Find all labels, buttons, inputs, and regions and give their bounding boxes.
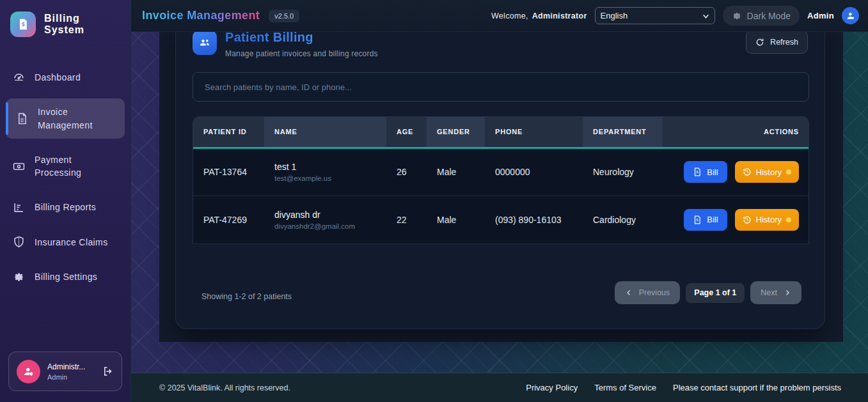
- col-header-department: DEPARTMENT: [583, 117, 663, 148]
- col-header-actions: ACTIONS: [663, 117, 809, 148]
- cell-age: 26: [386, 148, 427, 196]
- cell-actions: $ Bill: [663, 148, 809, 196]
- sidebar-item-payment-processing[interactable]: Payment Processing: [6, 146, 125, 187]
- sidebar-user-role: Admin: [47, 373, 95, 381]
- card-header: Patient Billing Manage patient invoices …: [193, 32, 808, 58]
- sidebar-nav: Dashboard Invoice Management Payment Pro…: [0, 47, 130, 290]
- invoice-icon: [16, 112, 28, 125]
- app-title: Billing System: [44, 13, 122, 36]
- top-header: Invoice Management v2.5.0 Welcome,Admini…: [131, 0, 868, 32]
- pagination-summary: Showing 1-2 of 2 patients: [201, 292, 292, 301]
- welcome-text: Welcome,Administrator: [491, 12, 587, 20]
- dark-mode-button[interactable]: Dark Mode: [723, 6, 800, 26]
- welcome-label: Welcome,: [491, 12, 528, 20]
- terms-of-service-link[interactable]: Terms of Service: [594, 383, 656, 392]
- sidebar-item-dashboard[interactable]: Dashboard: [6, 64, 125, 91]
- sidebar: $ Billing System Dashboard: [0, 0, 131, 402]
- bill-button[interactable]: $ Bill: [684, 209, 727, 231]
- previous-label: Previous: [639, 288, 670, 297]
- language-select[interactable]: English: [595, 7, 715, 24]
- sidebar-item-billing-settings[interactable]: Billing Settings: [6, 263, 125, 290]
- patients-table: PATIENT ID NAME AGE GENDER PHONE DEPARTM…: [193, 116, 809, 244]
- chevron-right-icon: [784, 289, 791, 297]
- svg-text:$: $: [697, 170, 698, 174]
- table-row: PAT-47269 divyansh dr divyanshdr2@gmail.…: [193, 196, 809, 244]
- pagination: Previous Page 1 of 1 Next: [615, 281, 801, 304]
- bill-invoice-icon: $: [693, 215, 702, 224]
- col-header-age: AGE: [386, 117, 427, 148]
- admin-label: Admin: [807, 11, 834, 20]
- col-header-patient-id: PATIENT ID: [193, 117, 264, 148]
- history-icon: [743, 215, 752, 224]
- sidebar-item-label: Billing Reports: [35, 201, 96, 213]
- history-indicator-dot: [786, 169, 791, 174]
- next-label: Next: [761, 288, 777, 297]
- sidebar-user-meta: Administr... Admin: [47, 362, 95, 381]
- sidebar-item-label: Billing Settings: [35, 270, 97, 283]
- previous-page-button[interactable]: Previous: [615, 281, 681, 304]
- col-header-name: NAME: [264, 117, 386, 148]
- history-icon: [743, 167, 752, 176]
- cell-name: divyansh dr divyanshdr2@gmail.com: [264, 196, 386, 244]
- history-label: History: [756, 167, 782, 177]
- patient-billing-card: Patient Billing Manage patient invoices …: [175, 32, 825, 329]
- search-input[interactable]: [193, 72, 809, 102]
- support-note: Please contact support if the problem pe…: [673, 383, 841, 392]
- table-row: PAT-13764 test 1 test@example.us 26 Male…: [193, 148, 809, 196]
- logout-icon[interactable]: [102, 366, 114, 377]
- admin-avatar[interactable]: [842, 7, 859, 24]
- footer-links: Privacy Policy Terms of Service Please c…: [526, 383, 841, 392]
- cell-department: Cardiology: [583, 196, 663, 244]
- privacy-policy-link[interactable]: Privacy Policy: [526, 383, 578, 392]
- cell-patient-id: PAT-13764: [193, 148, 264, 196]
- page-title: Invoice Management: [142, 9, 260, 22]
- sidebar-item-label: Payment Processing: [35, 153, 119, 180]
- refresh-button[interactable]: Refresh: [746, 32, 808, 54]
- cell-department: Neurology: [583, 148, 663, 196]
- patient-email: divyanshdr2@gmail.com: [274, 222, 376, 230]
- bill-label: Bill: [707, 215, 718, 224]
- cell-actions: $ Bill: [663, 196, 809, 244]
- user-shield-avatar: [17, 360, 40, 383]
- main-content: Patient Billing Manage patient invoices …: [131, 32, 868, 373]
- cell-phone: 0000000: [485, 148, 583, 196]
- next-page-button[interactable]: Next: [750, 281, 801, 304]
- sidebar-item-insurance-claims[interactable]: Insurance Claims: [6, 229, 125, 256]
- cell-gender: Male: [427, 196, 485, 244]
- history-button[interactable]: History: [735, 161, 799, 183]
- sidebar-item-label: Insurance Claims: [35, 236, 108, 249]
- refresh-label: Refresh: [770, 38, 798, 47]
- sidebar-item-label: Dashboard: [35, 71, 81, 84]
- chevron-left-icon: [625, 289, 633, 297]
- money-icon: [13, 160, 25, 173]
- page-indicator: Page 1 of 1: [686, 283, 745, 303]
- brand: $ Billing System: [0, 0, 130, 47]
- history-indicator-dot: [786, 217, 791, 222]
- dashboard-icon: [13, 72, 25, 84]
- sidebar-item-label: Invoice Management: [38, 105, 119, 132]
- section-title: Patient Billing: [225, 32, 378, 45]
- chart-icon: [13, 201, 25, 213]
- cell-patient-id: PAT-47269: [193, 196, 264, 244]
- sidebar-item-invoice-management[interactable]: Invoice Management: [6, 98, 125, 139]
- section-subtitle: Manage patient invoices and billing reco…: [225, 49, 378, 58]
- dark-mode-icon: [732, 11, 742, 21]
- shield-icon: [13, 236, 25, 248]
- section-heading: Patient Billing Manage patient invoices …: [225, 32, 378, 58]
- billing-system-app: $ Billing System Dashboard: [0, 0, 868, 402]
- bill-label: Bill: [707, 167, 718, 177]
- footer: © 2025 VitalBlink. All rights reserved. …: [131, 373, 868, 402]
- col-header-gender: GENDER: [427, 117, 485, 148]
- bill-button[interactable]: $ Bill: [684, 161, 727, 183]
- cell-gender: Male: [427, 148, 485, 196]
- svg-text:$: $: [22, 21, 25, 27]
- version-badge: v2.5.0: [269, 10, 299, 22]
- dark-mode-label: Dark Mode: [747, 11, 791, 21]
- sidebar-item-billing-reports[interactable]: Billing Reports: [6, 194, 125, 220]
- history-label: History: [756, 215, 782, 224]
- patient-name: divyansh dr: [274, 210, 376, 220]
- history-button[interactable]: History: [735, 209, 799, 231]
- table-header-row: PATIENT ID NAME AGE GENDER PHONE DEPARTM…: [193, 117, 809, 148]
- cell-name: test 1 test@example.us: [264, 148, 386, 196]
- col-header-phone: PHONE: [485, 117, 583, 148]
